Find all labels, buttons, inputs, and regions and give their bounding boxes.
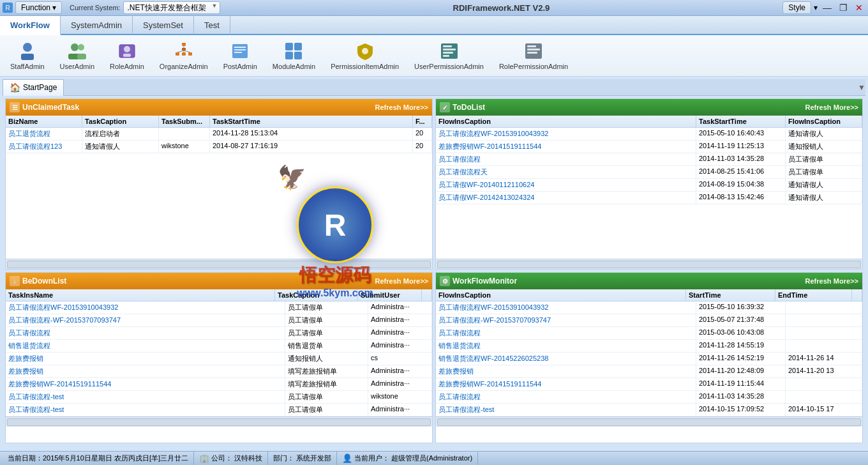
table-row: 差旅费报销WF-20141519111544 2014-11-19 11:25:…: [436, 141, 862, 153]
function-button[interactable]: Function ▾: [15, 1, 62, 14]
todo-caption-5[interactable]: 员工请假WF-20142413024324: [436, 192, 696, 204]
svg-rect-33: [527, 45, 536, 47]
bedown-table-header: TaskInsName TaskCaption SubmitUser: [6, 289, 432, 301]
bedown-hscroll[interactable]: [7, 418, 431, 426]
monitor-panel: ⚙ WorkFlowMonitor Refresh More>> FlowIns…: [435, 272, 863, 443]
unclaimed-table-header: BizName TaskCaption TaskSubm... TaskStar…: [6, 116, 432, 128]
todo-caption-2[interactable]: 员工请假流程: [436, 153, 696, 165]
bedown-title: BeDownList: [22, 277, 66, 286]
bedown-name-6[interactable]: 差旅费报销WF-20141519111544: [6, 378, 285, 390]
role-admin-button[interactable]: RoleAdmin: [105, 38, 149, 73]
unclaimed-bizname-1[interactable]: 员工请假流程123: [6, 141, 82, 153]
bedown-name-2[interactable]: 员工请假流程: [6, 327, 285, 339]
unclaimed-more[interactable]: More>>: [403, 103, 428, 111]
monitor-hscroll[interactable]: [437, 418, 861, 426]
role-permission-icon: [523, 41, 544, 61]
bedown-name-7[interactable]: 员工请假流程-test: [6, 391, 285, 403]
menu-tab-systemset[interactable]: SystemSet: [133, 15, 194, 34]
svg-rect-25: [294, 52, 302, 59]
svg-rect-30: [443, 52, 453, 54]
restore-button[interactable]: ❐: [837, 3, 850, 13]
post-admin-button[interactable]: PostAdmin: [218, 38, 262, 73]
role-admin-icon: [117, 41, 137, 61]
table-row: 员工请假流程 员工请假单 Administra···: [6, 327, 432, 340]
todo-caption-4[interactable]: 员工请假WF-20140112110624: [436, 179, 696, 191]
unclaimed-scrollbar[interactable]: [6, 259, 432, 269]
menu-tab-workflow[interactable]: WorkFlow: [0, 16, 61, 35]
system-select[interactable]: .NET快速开发整合框架: [123, 1, 220, 14]
module-admin-button[interactable]: ModuleAdmin: [267, 38, 320, 73]
monitor-cap-5[interactable]: 差旅费报销: [436, 365, 696, 377]
bedown-name-4[interactable]: 差旅费报销: [6, 353, 285, 365]
svg-rect-23: [294, 43, 302, 50]
minimize-button[interactable]: —: [820, 3, 834, 13]
table-row: 差旅费报销WF-20141519111544 2014-11-19 11:15:…: [436, 378, 862, 391]
svg-rect-22: [285, 43, 293, 50]
user-admin-icon: [67, 41, 87, 61]
table-row: 员工请假流程-test 2014-10-15 17:09:52 2014-10-…: [436, 404, 862, 416]
bedown-name-0[interactable]: 员工请假流程WF-20153910043932: [6, 301, 285, 314]
monitor-scrollbar[interactable]: [436, 416, 862, 427]
page-tab-arrow[interactable]: ▼: [858, 83, 865, 92]
svg-rect-9: [182, 43, 186, 46]
todo-col-flow: FlowInsCaption: [786, 116, 862, 127]
monitor-cap-2[interactable]: 员工请假流程: [436, 327, 696, 339]
svg-rect-8: [123, 54, 131, 57]
bedown-refresh[interactable]: Refresh: [375, 277, 401, 285]
todo-caption-3[interactable]: 员工请假流程天: [436, 166, 696, 178]
menu-tab-systemadmin[interactable]: SystemAdmin: [61, 15, 133, 34]
todo-caption-1[interactable]: 差旅费报销WF-20141519111544: [436, 141, 696, 153]
todo-refresh[interactable]: Refresh: [805, 103, 832, 111]
bedown-panel: ↓ BeDownList Refresh More>> TaskInsName …: [5, 272, 433, 443]
bedown-scrollbar[interactable]: [6, 416, 432, 427]
organize-admin-button[interactable]: OrganizeAdmin: [154, 38, 213, 73]
bedown-caption-6: 填写差旅报销单: [285, 378, 368, 390]
status-company-section: 🏢 公司： 汉特科技: [194, 452, 268, 465]
todo-table-header: FlowInsCaption TaskStartTime FlowInsCapt…: [436, 116, 862, 128]
user-admin-button[interactable]: UserAdmin: [55, 38, 100, 73]
style-button[interactable]: Style: [782, 1, 811, 14]
close-button[interactable]: ✕: [853, 3, 865, 13]
monitor-cap-8[interactable]: 员工请假流程-test: [436, 404, 696, 416]
svg-point-3: [78, 44, 84, 50]
monitor-cap-1[interactable]: 员工请假流程-WF-20153707093747: [436, 314, 696, 326]
startpage-tab-label: StartPage: [23, 83, 57, 92]
todo-scrollbar[interactable]: [436, 259, 862, 269]
role-permission-button[interactable]: RolePermissionAdmin: [494, 38, 573, 73]
dashboard: ☰ UnClaimedTask Refresh More>> BizName T…: [3, 96, 865, 446]
unclaimed-f-1: 20: [413, 141, 432, 153]
unclaimed-time-0: 2014-11-28 15:13:04: [210, 128, 413, 140]
monitor-more[interactable]: More>>: [834, 277, 858, 285]
monitor-cap-6[interactable]: 差旅费报销WF-20141519111544: [436, 378, 696, 390]
bedown-name-5[interactable]: 差旅费报销: [6, 365, 285, 377]
unclaimed-actions: Refresh More>>: [375, 103, 428, 112]
bedown-name-8[interactable]: 员工请假流程-test: [6, 404, 285, 416]
user-permission-button[interactable]: UserPermissionAdmin: [409, 38, 489, 73]
table-row: 员工请假流程-WF-20153707093747 员工请假单 Administr…: [6, 314, 432, 327]
unclaimed-refresh[interactable]: Refresh: [375, 103, 401, 111]
table-row: 员工请假流程-WF-20153707093747 2015-05-07 21:3…: [436, 314, 862, 327]
bedown-name-1[interactable]: 员工请假流程-WF-20153707093747: [6, 314, 285, 326]
monitor-cap-0[interactable]: 员工请假流程WF-20153910043932: [436, 301, 696, 314]
monitor-refresh[interactable]: Refresh: [805, 277, 832, 285]
monitor-cap-4[interactable]: 销售退货流程WF-20145226025238: [436, 353, 696, 365]
monitor-end-2: [786, 327, 862, 339]
monitor-cap-7[interactable]: 员工请假流程: [436, 391, 696, 403]
bedown-name-3[interactable]: 销售退货流程: [6, 340, 285, 352]
todo-caption-0[interactable]: 员工请假流程WF-20153910043932: [436, 128, 696, 140]
user-permission-icon: [439, 41, 460, 61]
menu-tab-test[interactable]: Test: [194, 15, 230, 34]
bedown-more[interactable]: More>>: [403, 277, 428, 285]
monitor-start-6: 2014-11-19 11:15:44: [696, 378, 786, 390]
startpage-tab[interactable]: 🏠 StartPage: [3, 79, 64, 96]
unclaimed-bizname-0[interactable]: 员工退货流程: [6, 128, 82, 140]
staff-admin-button[interactable]: StaffAdmin: [5, 38, 50, 73]
permission-admin-button[interactable]: PermissionItemAdmin: [326, 38, 404, 73]
todo-more[interactable]: More>>: [834, 103, 858, 111]
system-select-wrapper[interactable]: .NET快速开发整合框架: [123, 1, 220, 14]
unclaimed-hscroll[interactable]: [7, 261, 431, 268]
unclaimed-subm-1: wikstone: [159, 141, 210, 153]
monitor-cap-3[interactable]: 销售退货流程: [436, 340, 696, 352]
monitor-end-4: 2014-11-26 14: [786, 353, 862, 365]
todo-hscroll[interactable]: [437, 261, 861, 268]
